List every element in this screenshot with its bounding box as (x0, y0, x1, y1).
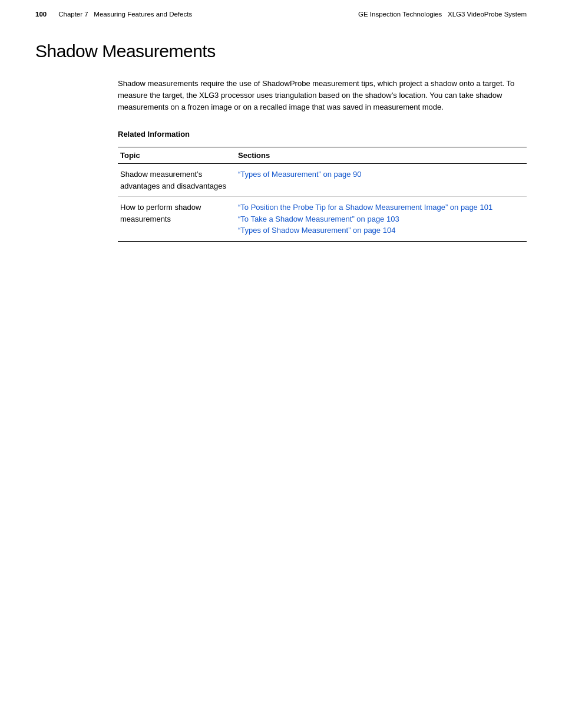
chapter-chapter-title: Measuring Features and Defects (94, 11, 192, 18)
table-cell-sections: “Types of Measurement” on page 90 (236, 164, 527, 197)
section-title: Shadow Measurements (35, 41, 527, 61)
running-head-left: 100 Chapter 7 Measuring Features and Def… (35, 11, 192, 18)
page-number: 100 (35, 11, 47, 18)
running-head-right: GE Inspection Technologies XLG3 VideoPro… (358, 11, 527, 18)
related-info-table: Topic Sections Shadow measurement’s adva… (118, 147, 527, 242)
section-link-1-0[interactable]: “To Position the Probe Tip for a Shadow … (238, 203, 492, 212)
related-info-heading: Related Information (118, 130, 527, 139)
table-row: Shadow measurement’s advantages and disa… (118, 164, 527, 197)
body-text: Shadow measurements require the use of S… (118, 78, 527, 113)
table-cell-topic: How to perform shadow measurements (118, 197, 236, 242)
content-area: Shadow Measurements Shadow measurements … (0, 24, 562, 277)
chapter-label: Chapter (58, 11, 82, 18)
table-cell-topic: Shadow measurement’s advantages and disa… (118, 164, 236, 197)
chapter-number: 7 (84, 11, 88, 18)
table-row: How to perform shadow measurements“To Po… (118, 197, 527, 242)
section-link-1-2[interactable]: “Types of Shadow Measurement” on page 10… (238, 226, 395, 235)
section-link-0-0[interactable]: “Types of Measurement” on page 90 (238, 170, 362, 179)
col-topic: Topic (118, 147, 236, 164)
col-sections: Sections (236, 147, 527, 164)
chapter-info: Chapter 7 Measuring Features and Defects (58, 11, 192, 18)
table-cell-sections: “To Position the Probe Tip for a Shadow … (236, 197, 527, 242)
section-link-1-1[interactable]: “To Take a Shadow Measurement” on page 1… (238, 215, 399, 223)
page-container: 100 Chapter 7 Measuring Features and Def… (0, 0, 562, 728)
company-name: GE Inspection Technologies (358, 11, 442, 18)
table-header-row: Topic Sections (118, 147, 527, 164)
product-name: XLG3 VideoProbe System (448, 11, 527, 18)
running-head: 100 Chapter 7 Measuring Features and Def… (0, 0, 562, 24)
